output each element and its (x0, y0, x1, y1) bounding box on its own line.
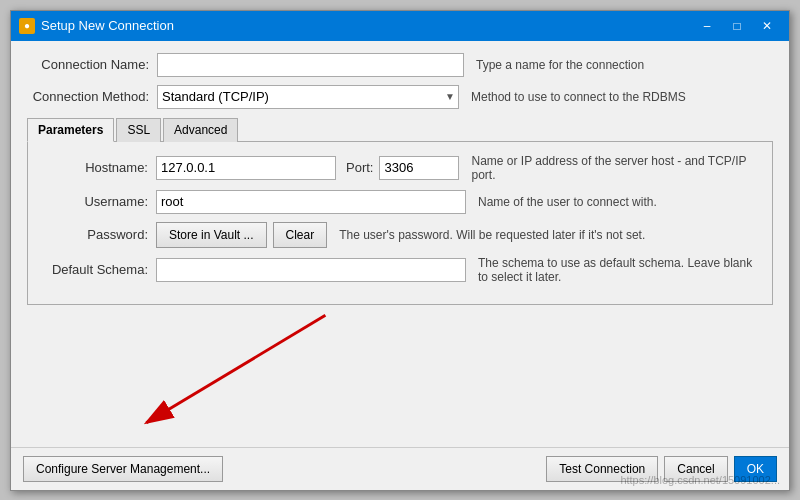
middle-area (27, 305, 773, 435)
title-bar-left: ● Setup New Connection (19, 18, 174, 34)
default-schema-label: Default Schema: (36, 262, 156, 277)
default-schema-hint: The schema to use as default schema. Lea… (478, 256, 764, 284)
connection-name-row: Connection Name: Type a name for the con… (27, 53, 773, 77)
password-label: Password: (36, 227, 156, 242)
form-content: Connection Name: Type a name for the con… (11, 41, 789, 447)
port-label: Port: (346, 160, 373, 175)
connection-name-hint: Type a name for the connection (476, 58, 773, 72)
bottom-right-buttons: https://blog.csdn.net/15091002... Test C… (546, 456, 777, 482)
tab-parameters[interactable]: Parameters (27, 118, 114, 142)
password-hint: The user's password. Will be requested l… (339, 228, 764, 242)
minimize-button[interactable]: – (693, 16, 721, 36)
svg-line-1 (146, 315, 325, 422)
store-in-vault-button[interactable]: Store in Vault ... (156, 222, 267, 248)
connection-method-label: Connection Method: (27, 89, 157, 104)
username-input[interactable] (156, 190, 466, 214)
bottom-bar: Configure Server Management... https://b… (11, 447, 789, 490)
tab-advanced[interactable]: Advanced (163, 118, 238, 142)
connection-name-label: Connection Name: (27, 57, 157, 72)
connection-method-hint: Method to use to connect to the RDBMS (471, 90, 773, 104)
password-row: Password: Store in Vault ... Clear The u… (36, 222, 764, 248)
connection-method-wrapper: Standard (TCP/IP) Standard (TCP/IP) over… (157, 85, 459, 109)
username-hint: Name of the user to connect with. (478, 195, 764, 209)
tab-parameters-content: Hostname: Port: Name or IP address of th… (27, 142, 773, 305)
hostname-row: Hostname: Port: Name or IP address of th… (36, 154, 764, 182)
maximize-button[interactable]: □ (723, 16, 751, 36)
main-window: ● Setup New Connection – □ ✕ Connection … (10, 10, 790, 491)
tabs-container: Parameters SSL Advanced (27, 117, 773, 142)
port-input[interactable] (379, 156, 459, 180)
connection-method-select[interactable]: Standard (TCP/IP) Standard (TCP/IP) over… (157, 85, 459, 109)
username-row: Username: Name of the user to connect wi… (36, 190, 764, 214)
arrow-graphic (27, 305, 773, 435)
window-title: Setup New Connection (41, 18, 174, 33)
app-icon: ● (19, 18, 35, 34)
connection-name-input[interactable] (157, 53, 464, 77)
title-buttons: – □ ✕ (693, 16, 781, 36)
connection-method-row: Connection Method: Standard (TCP/IP) Sta… (27, 85, 773, 109)
configure-server-button[interactable]: Configure Server Management... (23, 456, 223, 482)
watermark-text: https://blog.csdn.net/15091002... (620, 474, 780, 486)
hostname-hint: Name or IP address of the server host - … (471, 154, 764, 182)
hostname-label: Hostname: (36, 160, 156, 175)
default-schema-row: Default Schema: The schema to use as def… (36, 256, 764, 284)
hostname-input[interactable] (156, 156, 336, 180)
tab-ssl[interactable]: SSL (116, 118, 161, 142)
close-button[interactable]: ✕ (753, 16, 781, 36)
username-label: Username: (36, 194, 156, 209)
clear-button[interactable]: Clear (273, 222, 328, 248)
default-schema-input[interactable] (156, 258, 466, 282)
title-bar: ● Setup New Connection – □ ✕ (11, 11, 789, 41)
